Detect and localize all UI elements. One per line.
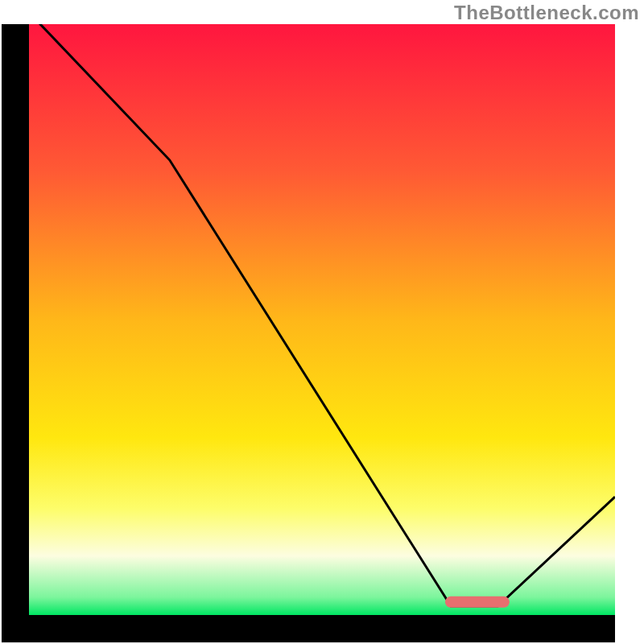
gradient-background	[29, 24, 615, 615]
attribution-label: TheBottleneck.com	[454, 2, 639, 24]
bottleneck-chart	[0, 0, 644, 644]
chart-container: TheBottleneck.com	[0, 0, 644, 644]
optimal-range-marker	[445, 597, 510, 608]
